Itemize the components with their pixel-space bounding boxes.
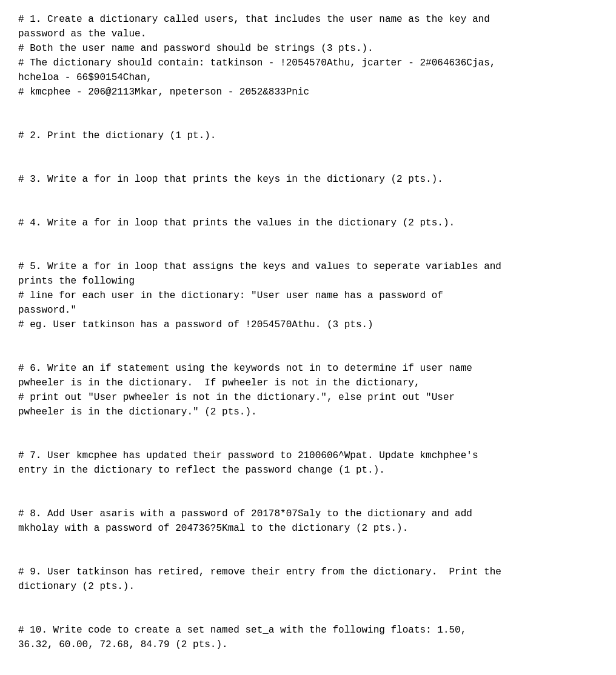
code-editor: # 1. Create a dictionary called users, t… (18, 12, 598, 675)
